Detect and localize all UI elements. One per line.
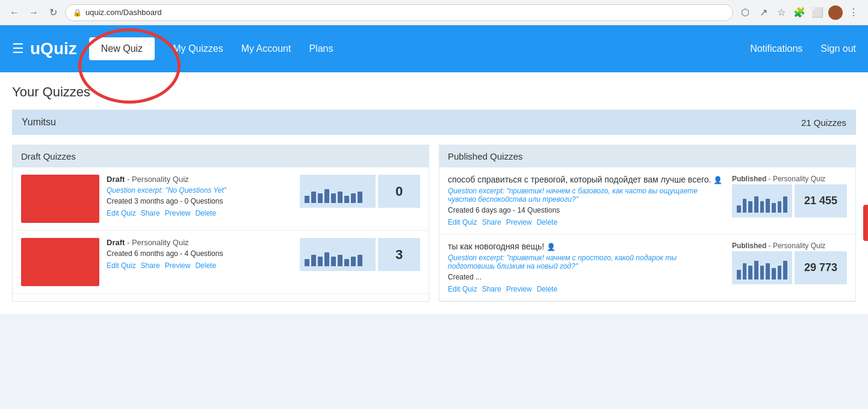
pub-quiz-type-label-2: Published - Personality Quiz bbox=[732, 242, 825, 250]
draft-quiz-stats-1: 0 bbox=[300, 175, 420, 208]
bar bbox=[772, 203, 776, 213]
bar bbox=[743, 263, 747, 279]
new-quiz-button[interactable]: New Quiz bbox=[89, 37, 155, 60]
pub-edit-quiz-link-2[interactable]: Edit Quiz bbox=[448, 285, 477, 293]
published-panel: Published Quizzes способ справиться с тр… bbox=[439, 145, 856, 302]
edit-quiz-link-1[interactable]: Edit Quiz bbox=[107, 209, 136, 217]
pub-share-link-2[interactable]: Share bbox=[482, 285, 501, 293]
bar bbox=[324, 252, 329, 266]
bar bbox=[331, 257, 336, 266]
person-icon-1: 👤 bbox=[713, 176, 722, 184]
delete-link-1[interactable]: Delete bbox=[195, 209, 216, 217]
preview-link-2[interactable]: Preview bbox=[165, 261, 191, 270]
person-icon-2: 👤 bbox=[547, 243, 556, 251]
sign-out-link[interactable]: Sign out bbox=[820, 43, 856, 54]
bookmark-icon[interactable]: ☆ bbox=[774, 5, 789, 20]
bar bbox=[778, 266, 782, 279]
draft-quiz-actions-2: Edit Quiz Share Preview Delete bbox=[107, 261, 293, 270]
cast-icon[interactable]: ⬡ bbox=[738, 5, 752, 20]
window-icon[interactable]: ⬜ bbox=[810, 5, 825, 20]
bar bbox=[358, 255, 362, 267]
bar bbox=[324, 189, 329, 203]
share-link-2[interactable]: Share bbox=[141, 261, 160, 270]
pub-quiz-info-2: ты как новогодняя вещь! 👤 Question excer… bbox=[448, 242, 725, 293]
bar bbox=[783, 196, 787, 213]
bar bbox=[338, 192, 343, 204]
delete-link-2[interactable]: Delete bbox=[195, 261, 216, 270]
address-text: uquiz.com/Dashboard bbox=[85, 8, 161, 17]
notifications-link[interactable]: Notifications bbox=[750, 43, 802, 54]
pub-quiz-actions-2: Edit Quiz Share Preview Delete bbox=[448, 285, 725, 293]
status-draft-2: Draft bbox=[107, 238, 125, 247]
pub-edit-quiz-link-1[interactable]: Edit Quiz bbox=[448, 218, 477, 226]
menu-icon[interactable]: ⋮ bbox=[846, 5, 861, 20]
quiz-count: 21 Quizzes bbox=[801, 117, 846, 128]
pub-quiz-bar-chart-1 bbox=[732, 184, 792, 217]
share-link-1[interactable]: Share bbox=[141, 209, 160, 217]
published-quiz-card-1: способ справиться с тревогой, который по… bbox=[439, 167, 855, 234]
hamburger-icon[interactable]: ☰ bbox=[12, 41, 24, 57]
draft-quiz-count-2: 3 bbox=[378, 238, 420, 271]
my-quizzes-link[interactable]: My Quizzes bbox=[173, 43, 223, 54]
plans-link[interactable]: Plans bbox=[309, 43, 333, 54]
draft-quiz-count-1: 0 bbox=[378, 175, 420, 208]
pub-quiz-actions-1: Edit Quiz Share Preview Delete bbox=[448, 218, 725, 226]
lock-icon: 🔒 bbox=[73, 8, 82, 17]
draft-quiz-card-1: Draft - Personality Quiz Question excerp… bbox=[13, 167, 429, 231]
bar bbox=[766, 263, 770, 279]
bar bbox=[743, 199, 747, 213]
draft-quiz-type-1: Draft - Personality Quiz bbox=[107, 175, 293, 184]
published-panel-header: Published Quizzes bbox=[439, 145, 855, 167]
draft-quiz-bar-chart-1 bbox=[300, 175, 376, 208]
browser-actions: ⬡ ↗ ☆ 🧩 ⬜ ⋮ bbox=[738, 5, 861, 20]
bar bbox=[754, 261, 758, 279]
pub-preview-link-2[interactable]: Preview bbox=[506, 285, 532, 293]
share-icon[interactable]: ↗ bbox=[756, 5, 770, 20]
pub-quiz-excerpt-1: Question excerpt: "приветик! начнем с ба… bbox=[448, 187, 725, 204]
bar bbox=[344, 259, 349, 266]
address-bar[interactable]: 🔒 uquiz.com/Dashboard bbox=[65, 4, 733, 21]
extension-icon[interactable]: 🧩 bbox=[792, 5, 807, 20]
bar bbox=[783, 261, 787, 279]
draft-quiz-thumbnail-1 bbox=[21, 175, 99, 223]
forward-button[interactable]: → bbox=[26, 5, 41, 20]
bar bbox=[338, 255, 343, 267]
bar bbox=[748, 201, 752, 213]
bar bbox=[318, 193, 323, 203]
pub-quiz-stats-1: Published - Personality Quiz bbox=[732, 175, 847, 217]
bar bbox=[754, 196, 758, 213]
status-draft-1: Draft bbox=[107, 175, 125, 184]
pub-preview-link-1[interactable]: Preview bbox=[506, 218, 532, 226]
draft-quiz-actions-1: Edit Quiz Share Preview Delete bbox=[107, 209, 293, 217]
bar bbox=[311, 255, 316, 267]
browser-chrome: ← → ↻ 🔒 uquiz.com/Dashboard ⬡ ↗ ☆ 🧩 ⬜ ⋮ bbox=[0, 0, 868, 25]
refresh-button[interactable]: ↻ bbox=[46, 5, 60, 20]
user-section-header: Yumitsu 21 Quizzes bbox=[12, 110, 856, 135]
bar bbox=[772, 268, 776, 280]
draft-quiz-type-2: Draft - Personality Quiz bbox=[107, 238, 293, 247]
nav-links: My Quizzes My Account Plans bbox=[173, 43, 333, 54]
edit-quiz-link-2[interactable]: Edit Quiz bbox=[107, 261, 136, 270]
scroll-hint bbox=[863, 205, 868, 241]
draft-type-separator-2: - Personality Quiz bbox=[127, 238, 189, 247]
draft-quiz-stats-2: 3 bbox=[300, 238, 420, 271]
back-button[interactable]: ← bbox=[7, 5, 22, 20]
pub-quiz-bar-chart-2 bbox=[732, 251, 792, 284]
user-avatar[interactable] bbox=[828, 5, 843, 20]
pub-quiz-meta-2: Created ... bbox=[448, 273, 725, 281]
my-account-link[interactable]: My Account bbox=[241, 43, 291, 54]
pub-quiz-count-2: 29 773 bbox=[795, 251, 847, 284]
pub-share-link-1[interactable]: Share bbox=[482, 218, 501, 226]
pub-delete-link-1[interactable]: Delete bbox=[536, 218, 557, 226]
bar bbox=[760, 201, 764, 213]
draft-quiz-thumbnail-2 bbox=[21, 238, 99, 286]
bar bbox=[737, 270, 741, 279]
draft-panel-header: Draft Quizzes bbox=[13, 145, 429, 167]
bar bbox=[778, 201, 782, 213]
pub-quiz-meta-1: Created 6 days ago - 14 Questions bbox=[448, 206, 725, 214]
preview-link-1[interactable]: Preview bbox=[165, 209, 191, 217]
draft-quiz-card-2: Draft - Personality Quiz Created 6 month… bbox=[13, 231, 429, 294]
page-title: Your Quizzes bbox=[12, 84, 856, 100]
pub-quiz-info-1: способ справиться с тревогой, который по… bbox=[448, 175, 725, 226]
pub-delete-link-2[interactable]: Delete bbox=[536, 285, 557, 293]
